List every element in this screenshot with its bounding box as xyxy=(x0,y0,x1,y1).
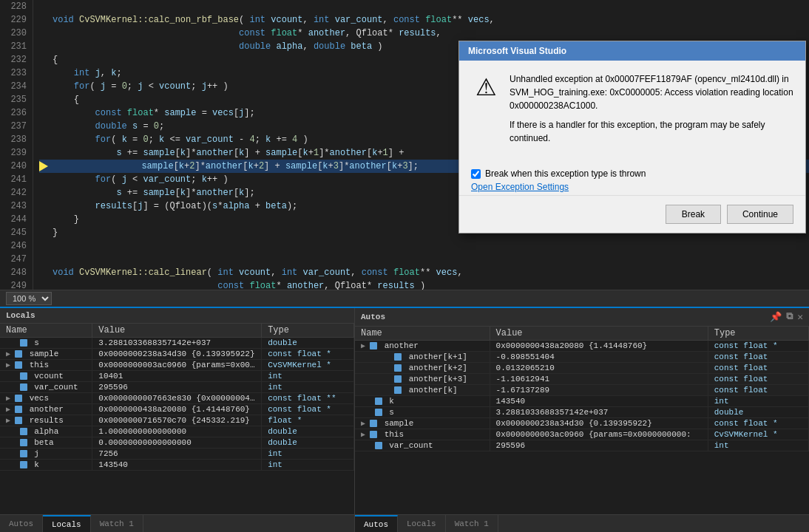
locals-row-name: vcount xyxy=(0,371,92,382)
autos-table-row[interactable]: s 3.2881033688357142e+037 double xyxy=(355,407,809,418)
locals-table-row[interactable]: vcount 10401 int xyxy=(0,371,354,382)
locals-row-value: 0x0000000238a34d30 {0.139395922} xyxy=(92,349,262,360)
locals-tab-locals[interactable]: Locals xyxy=(43,515,91,532)
break-checkbox[interactable] xyxy=(471,169,481,179)
autos-row-value: 3.2881033688357142e+037 xyxy=(490,407,708,418)
locals-table-row[interactable]: beta 0.00000000000000000 double xyxy=(0,437,354,449)
autos-table: Name Value Type ▶ another 0x0000000438a2… xyxy=(355,327,809,451)
autos-table-row[interactable]: another[k] -1.67137289 const float xyxy=(355,385,809,396)
zoom-select[interactable]: 100 % 75 % 125 % 150 % xyxy=(6,292,52,305)
autos-table-row[interactable]: ▶ this 0x0000000003ac0960 {params=0x0000… xyxy=(355,429,809,440)
locals-row-type: int xyxy=(262,460,354,471)
locals-row-name: ▶ vecs xyxy=(0,393,92,404)
locals-table-row[interactable]: ▶ this 0x0000000003ac0960 {params=0x0000… xyxy=(0,360,354,371)
open-exception-settings-link[interactable]: Open Exception Settings xyxy=(471,182,793,192)
autos-row-name: another[k+3] xyxy=(355,374,490,385)
locals-table-row[interactable]: var_count 295596 int xyxy=(0,382,354,393)
locals-row-name: ▶ another xyxy=(0,404,92,415)
continue-button[interactable]: Continue xyxy=(727,205,793,224)
autos-row-value: 0x0000000438a20080 {1.41448760} xyxy=(490,341,708,352)
autos-row-value: 0x0000000003ac0960 {params=0x0000000000: xyxy=(490,429,708,440)
autos-table-row[interactable]: another[k+1] -0.898551404 const float xyxy=(355,352,809,363)
locals-table-row[interactable]: ▶ results 0x0000000716570c70 {245332.219… xyxy=(0,415,354,426)
autos-table-container[interactable]: Name Value Type ▶ another 0x0000000438a2… xyxy=(355,327,809,514)
dialog-body: ⚠ Unhandled exception at 0x00007FEF11879… xyxy=(459,61,805,163)
locals-row-name: var_count xyxy=(0,382,92,393)
locals-row-type: float * xyxy=(262,415,354,426)
autos-row-name: s xyxy=(355,407,490,418)
autos-table-row[interactable]: var_count 295596 int xyxy=(355,440,809,451)
locals-table-row[interactable]: k 143540 int xyxy=(0,460,354,471)
autos-table-row[interactable]: ▶ another 0x0000000438a20080 {1.41448760… xyxy=(355,341,809,352)
warning-icon: ⚠ xyxy=(471,72,501,102)
autos-tab-watch1[interactable]: Watch 1 xyxy=(446,515,498,532)
locals-row-value: 0x0000000003ac0960 {params=0x00000000002… xyxy=(92,360,262,371)
locals-row-type: double xyxy=(262,338,354,349)
float-icon[interactable]: ⧉ xyxy=(786,311,793,323)
autos-table-row[interactable]: another[k+3] -1.10612941 const float xyxy=(355,374,809,385)
locals-tab-autos[interactable]: Autos xyxy=(0,515,43,532)
autos-row-type: const float xyxy=(708,385,808,396)
locals-row-value: 0x0000000438a20080 {1.41448760} xyxy=(92,404,262,415)
autos-row-name: ▶ another xyxy=(355,341,490,352)
dialog-message: Unhandled exception at 0x00007FEF11879AF… xyxy=(510,72,793,151)
locals-table-row[interactable]: ▶ sample 0x0000000238a34d30 {0.139395922… xyxy=(0,349,354,360)
close-icon[interactable]: ✕ xyxy=(797,311,803,323)
locals-row-type: int xyxy=(262,382,354,393)
locals-table-container[interactable]: Name Value Type s 3.2881033688357142e+03… xyxy=(0,324,354,514)
locals-col-name: Name xyxy=(0,324,92,338)
autos-row-type: int xyxy=(708,396,808,407)
autos-col-value: Value xyxy=(490,327,708,341)
code-line: void CvSVMKernel::calc_non_rbf_base( int… xyxy=(39,13,809,27)
locals-col-value: Value xyxy=(92,324,262,338)
locals-tab-bar: Autos Locals Watch 1 xyxy=(0,514,354,532)
locals-table-row[interactable]: alpha 1.0000000000000000 double xyxy=(0,426,354,437)
locals-row-value: 7256 xyxy=(92,449,262,460)
locals-row-type: double xyxy=(262,426,354,437)
autos-row-type: CvSVMKernel * xyxy=(708,429,808,440)
autos-row-name: ▶ this xyxy=(355,429,490,440)
autos-tab-bar: Autos Locals Watch 1 xyxy=(355,514,809,532)
autos-row-value: -1.10612941 xyxy=(490,374,708,385)
locals-col-type: Type xyxy=(262,324,354,338)
locals-tab-watch1[interactable]: Watch 1 xyxy=(91,515,143,532)
autos-row-name: another[k+2] xyxy=(355,363,490,374)
autos-panel-title: Autos xyxy=(361,313,385,321)
autos-table-row[interactable]: another[k+2] 0.0132065210 const float xyxy=(355,363,809,374)
locals-row-value: 295596 xyxy=(92,382,262,393)
line-numbers: 228 229 230 231 232 233 234 235 236 237 … xyxy=(0,0,33,290)
autos-row-name: another[k+1] xyxy=(355,352,490,363)
locals-row-name: j xyxy=(0,449,92,460)
code-line xyxy=(39,239,809,253)
locals-row-name: ▶ sample xyxy=(0,349,92,360)
autos-tab-autos[interactable]: Autos xyxy=(355,515,398,532)
pin-icon[interactable]: 📌 xyxy=(770,311,782,323)
autos-row-type: double xyxy=(708,407,808,418)
locals-row-value: 0.00000000000000000 xyxy=(92,437,262,449)
locals-row-name: alpha xyxy=(0,426,92,437)
dialog-titlebar: Microsoft Visual Studio xyxy=(459,41,805,61)
locals-table-row[interactable]: s 3.2881033688357142e+037 double xyxy=(0,338,354,349)
locals-table-row[interactable]: ▶ vecs 0x0000000007663e830 {0x0000000438… xyxy=(0,393,354,404)
autos-table-row[interactable]: k 143540 int xyxy=(355,396,809,407)
locals-row-value: 1.0000000000000000 xyxy=(92,426,262,437)
autos-row-type: int xyxy=(708,440,808,451)
locals-row-value: 0x0000000007663e830 {0x0000000438a20080 … xyxy=(92,393,262,404)
dialog-options: Break when this exception type is thrown… xyxy=(459,163,805,195)
dialog-buttons: Break Continue xyxy=(459,195,805,233)
autos-tab-locals[interactable]: Locals xyxy=(398,515,446,532)
break-button[interactable]: Break xyxy=(666,205,721,224)
autos-row-name: another[k] xyxy=(355,385,490,396)
locals-row-type: int xyxy=(262,449,354,460)
code-line: const float* another, Qfloat* results, xyxy=(39,27,809,40)
autos-row-type: const float xyxy=(708,374,808,385)
locals-table-row[interactable]: ▶ another 0x0000000438a20080 {1.41448760… xyxy=(0,404,354,415)
autos-row-type: const float xyxy=(708,352,808,363)
autos-col-name: Name xyxy=(355,327,490,341)
code-line: const float* another, Qfloat* results ) xyxy=(39,279,809,290)
code-line xyxy=(39,0,809,13)
autos-table-row[interactable]: ▶ sample 0x0000000238a34d30 {0.139395922… xyxy=(355,418,809,429)
locals-table-row[interactable]: j 7256 int xyxy=(0,449,354,460)
autos-row-value: -0.898551404 xyxy=(490,352,708,363)
autos-panel-header: Autos 📌 ⧉ ✕ xyxy=(355,308,809,327)
